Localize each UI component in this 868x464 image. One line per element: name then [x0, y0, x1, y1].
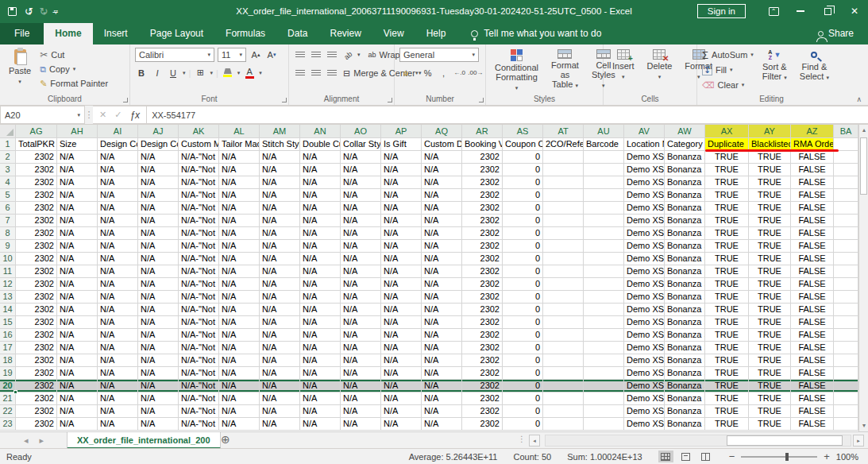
- hscroll-right-icon[interactable]: ▸: [853, 435, 864, 447]
- column-header-AX[interactable]: AX: [705, 125, 749, 138]
- cell-AS9[interactable]: 0: [503, 240, 543, 253]
- cell-AH7[interactable]: N/A: [57, 215, 98, 227]
- cell-AS19[interactable]: 0: [503, 367, 543, 380]
- cell-AT15[interactable]: [543, 316, 584, 329]
- cell-AW3[interactable]: Bonanza S: [665, 164, 705, 176]
- cell-BA6[interactable]: [834, 202, 858, 215]
- cell-AU23[interactable]: [584, 418, 624, 431]
- cell-AU7[interactable]: [584, 215, 624, 227]
- cell-AP2[interactable]: N/A: [381, 151, 422, 164]
- cell-AM19[interactable]: N/A: [260, 367, 300, 380]
- cell-AQ6[interactable]: N/A: [422, 202, 462, 215]
- cell-AT12[interactable]: [543, 278, 584, 291]
- cell-AK16[interactable]: N/A-"Not: [179, 329, 219, 342]
- cell-AM23[interactable]: N/A: [260, 418, 300, 431]
- cell-AT18[interactable]: [543, 354, 584, 367]
- row-header-7[interactable]: 7: [0, 215, 16, 227]
- cell-AO23[interactable]: N/A: [341, 418, 381, 431]
- cell-AK22[interactable]: N/A-"Not: [179, 405, 219, 418]
- cell-AK18[interactable]: N/A-"Not: [179, 354, 219, 367]
- cell-AT14[interactable]: [543, 304, 584, 316]
- cell-AV15[interactable]: Demo XSt: [624, 316, 665, 329]
- cell-AW10[interactable]: Bonanza S: [665, 253, 705, 265]
- cell-AT3[interactable]: [543, 164, 584, 176]
- tab-help[interactable]: Help: [415, 23, 457, 44]
- sheet-nav-right-icon[interactable]: ▸: [40, 435, 44, 446]
- cell-AP19[interactable]: N/A: [381, 367, 422, 380]
- cell-AS16[interactable]: 0: [503, 329, 543, 342]
- cell-AI8[interactable]: N/A: [98, 227, 138, 240]
- redo-icon[interactable]: ↻▾: [39, 6, 45, 17]
- cell-AG3[interactable]: 2302: [16, 164, 57, 176]
- cell-AL17[interactable]: N/A: [219, 342, 260, 354]
- cell-AU10[interactable]: [584, 253, 624, 265]
- cell-AI7[interactable]: N/A: [98, 215, 138, 227]
- cell-AQ10[interactable]: N/A: [422, 253, 462, 265]
- cell-BA4[interactable]: [834, 176, 858, 189]
- cell-AM6[interactable]: N/A: [260, 202, 300, 215]
- cell-AH13[interactable]: N/A: [57, 291, 98, 304]
- cell-AM11[interactable]: N/A: [260, 265, 300, 278]
- cell-AI11[interactable]: N/A: [98, 265, 138, 278]
- cell-AR17[interactable]: 2302: [462, 342, 503, 354]
- cell-BA8[interactable]: [834, 227, 858, 240]
- cell-AR10[interactable]: 2302: [462, 253, 503, 265]
- cell-AS22[interactable]: 0: [503, 405, 543, 418]
- cell-AX6[interactable]: TRUE: [705, 202, 749, 215]
- cell-AL9[interactable]: N/A: [219, 240, 260, 253]
- cell-AS4[interactable]: 0: [503, 176, 543, 189]
- cell-AZ10[interactable]: FALSE: [791, 253, 834, 265]
- tab-insert[interactable]: Insert: [93, 23, 139, 44]
- cell-AZ3[interactable]: FALSE: [791, 164, 834, 176]
- cell-AO1[interactable]: Collar Styl: [341, 138, 381, 151]
- close-button[interactable]: ✕: [841, 0, 868, 22]
- cell-AT11[interactable]: [543, 265, 584, 278]
- cell-AG7[interactable]: 2302: [16, 215, 57, 227]
- cell-BA23[interactable]: [834, 418, 858, 431]
- cell-AT19[interactable]: [543, 367, 584, 380]
- cell-AN23[interactable]: N/A: [300, 418, 341, 431]
- cell-AM17[interactable]: N/A: [260, 342, 300, 354]
- row-header-17[interactable]: 17: [0, 342, 16, 354]
- cell-AN10[interactable]: N/A: [300, 253, 341, 265]
- cell-AN9[interactable]: N/A: [300, 240, 341, 253]
- cell-AT1[interactable]: 2CO/Refe: [543, 138, 584, 151]
- cell-AJ18[interactable]: N/A: [138, 354, 179, 367]
- cell-BA2[interactable]: [834, 151, 858, 164]
- cell-AU12[interactable]: [584, 278, 624, 291]
- cell-AH9[interactable]: N/A: [57, 240, 98, 253]
- column-header-AV[interactable]: AV: [624, 125, 665, 138]
- collapse-ribbon-icon[interactable]: ∧: [856, 95, 862, 103]
- cell-AG17[interactable]: 2302: [16, 342, 57, 354]
- column-header-AG[interactable]: AG: [16, 125, 57, 138]
- cell-AS14[interactable]: 0: [503, 304, 543, 316]
- cell-AX15[interactable]: TRUE: [705, 316, 749, 329]
- cell-AK17[interactable]: N/A-"Not: [179, 342, 219, 354]
- cell-AY14[interactable]: TRUE: [749, 304, 791, 316]
- align-middle-icon[interactable]: [310, 48, 322, 62]
- cell-AV12[interactable]: Demo XSt: [624, 278, 665, 291]
- cell-AO10[interactable]: N/A: [341, 253, 381, 265]
- cell-AP10[interactable]: N/A: [381, 253, 422, 265]
- row-header-8[interactable]: 8: [0, 227, 16, 240]
- cell-AW8[interactable]: Bonanza S: [665, 227, 705, 240]
- cell-AL16[interactable]: N/A: [219, 329, 260, 342]
- cell-AY10[interactable]: TRUE: [749, 253, 791, 265]
- cell-AW5[interactable]: Bonanza S: [665, 189, 705, 202]
- cell-AK13[interactable]: N/A-"Not: [179, 291, 219, 304]
- cell-AG20[interactable]: 2302: [16, 380, 57, 392]
- zoom-slider-thumb[interactable]: [785, 453, 789, 461]
- cell-AH11[interactable]: N/A: [57, 265, 98, 278]
- cell-AG18[interactable]: 2302: [16, 354, 57, 367]
- customize-qat-icon[interactable]: ▿̶: [54, 7, 58, 16]
- cell-AV14[interactable]: Demo XSt: [624, 304, 665, 316]
- cell-AK3[interactable]: N/A-"Not: [179, 164, 219, 176]
- cell-AY23[interactable]: TRUE: [749, 418, 791, 431]
- select-all-button[interactable]: [0, 125, 16, 138]
- minimize-button[interactable]: [787, 0, 814, 22]
- cell-AP20[interactable]: N/A: [381, 380, 422, 392]
- cell-AH12[interactable]: N/A: [57, 278, 98, 291]
- cell-AX10[interactable]: TRUE: [705, 253, 749, 265]
- align-center-icon[interactable]: [310, 67, 322, 80]
- tab-data[interactable]: Data: [276, 23, 318, 44]
